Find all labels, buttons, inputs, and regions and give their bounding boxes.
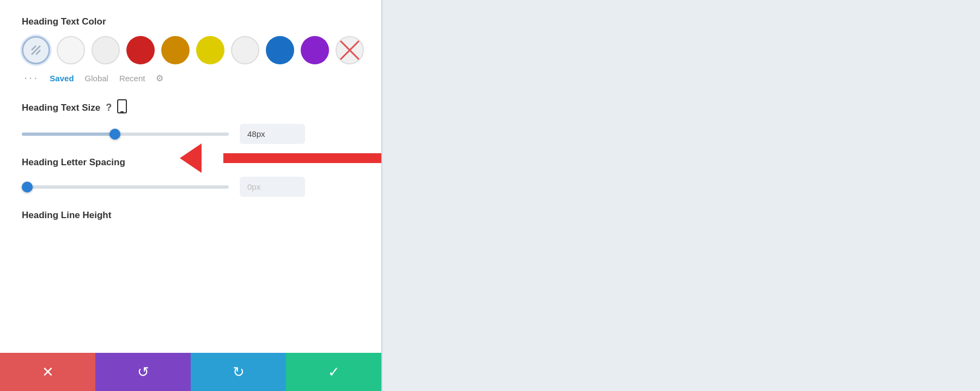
bottom-toolbar: ✕ ↺ ↻ ✓ <box>0 353 381 391</box>
svg-rect-3 <box>118 100 126 113</box>
redo-button[interactable]: ↻ <box>191 353 286 391</box>
heading-spacing-label: Heading Letter Spacing <box>22 157 360 168</box>
color-swatch-white1[interactable] <box>57 36 85 64</box>
color-swatch-white2[interactable] <box>92 36 120 64</box>
heading-spacing-slider-thumb[interactable] <box>22 182 33 193</box>
heading-size-section: Heading Text Size ? <box>22 99 360 144</box>
heading-size-slider-thumb[interactable] <box>109 129 120 140</box>
heading-spacing-section: Heading Letter Spacing <box>22 157 360 197</box>
heading-line-height-section: Heading Line Height <box>22 210 360 221</box>
svg-rect-4 <box>120 111 124 112</box>
save-button[interactable]: ✓ <box>286 353 381 391</box>
svg-line-0 <box>32 46 40 55</box>
color-swatch-purple[interactable] <box>301 36 329 64</box>
heading-size-slider-row <box>22 124 360 144</box>
svg-line-1 <box>32 46 36 50</box>
color-tabs-row: ··· Saved Global Recent ⚙ <box>22 72 360 84</box>
color-swatch-row <box>22 36 360 64</box>
tab-global[interactable]: Global <box>85 74 108 83</box>
color-swatch-strikethrough[interactable] <box>336 36 364 64</box>
help-icon[interactable]: ? <box>106 102 112 113</box>
heading-spacing-slider-row <box>22 177 360 197</box>
save-icon: ✓ <box>328 364 340 381</box>
heading-size-input[interactable] <box>240 124 305 144</box>
redo-icon: ↻ <box>233 364 245 381</box>
heading-size-label: Heading Text Size <box>22 103 100 113</box>
heading-size-slider-track[interactable] <box>22 133 229 136</box>
color-swatch-yellow[interactable] <box>196 36 224 64</box>
settings-panel: Heading Text Color ··· Saved Global Rece… <box>0 0 381 391</box>
color-swatch-orange[interactable] <box>161 36 190 64</box>
tab-saved[interactable]: Saved <box>50 74 74 83</box>
gear-icon[interactable]: ⚙ <box>156 73 163 83</box>
heading-color-label: Heading Text Color <box>22 16 360 27</box>
undo-icon: ↺ <box>137 364 149 381</box>
heading-spacing-input[interactable] <box>240 177 305 197</box>
cancel-icon: ✕ <box>42 364 54 381</box>
svg-line-2 <box>36 50 40 55</box>
cancel-button[interactable]: ✕ <box>0 353 95 391</box>
tab-recent[interactable]: Recent <box>119 74 145 83</box>
color-swatch-transparent[interactable] <box>22 36 50 64</box>
canvas-area <box>381 0 980 391</box>
heading-size-label-row: Heading Text Size ? <box>22 99 360 116</box>
undo-button[interactable]: ↺ <box>95 353 191 391</box>
color-swatch-blue[interactable] <box>266 36 294 64</box>
more-dots[interactable]: ··· <box>24 72 39 84</box>
mobile-icon[interactable] <box>117 99 127 116</box>
color-swatch-red[interactable] <box>126 36 155 64</box>
color-swatch-white3[interactable] <box>231 36 259 64</box>
heading-line-height-label: Heading Line Height <box>22 210 360 221</box>
heading-spacing-slider-track[interactable] <box>22 185 229 189</box>
heading-size-slider-fill <box>22 133 115 136</box>
